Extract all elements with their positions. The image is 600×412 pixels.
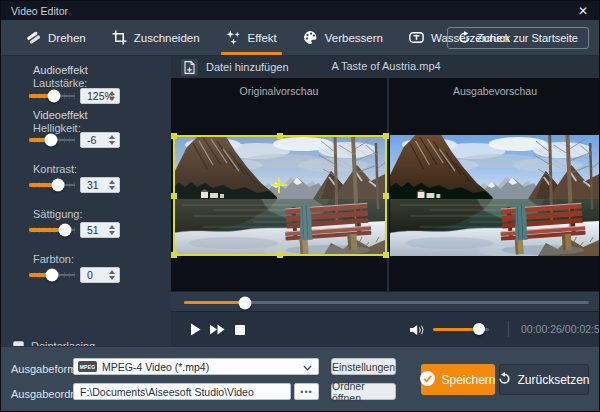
browse-button[interactable]: ••• — [294, 383, 319, 400]
tab-drehen[interactable]: Drehen — [13, 20, 99, 55]
hue-spinbox[interactable]: 0 — [80, 267, 120, 283]
reset-button[interactable]: Zurücksetzen — [499, 364, 589, 395]
rotate-icon — [26, 30, 41, 45]
spinner-arrows-icon[interactable] — [109, 91, 115, 101]
slider-thumb[interactable] — [45, 269, 58, 282]
back-button-label: Zurück zur Startseite — [477, 32, 578, 44]
window-title: Video Editor — [11, 5, 68, 17]
stop-button[interactable] — [232, 322, 248, 337]
selection-handle[interactable] — [383, 252, 389, 258]
close-icon[interactable]: ✕ — [575, 3, 591, 19]
output-folder-field[interactable]: F:\Documents\Aiseesoft Studio\Video — [73, 383, 291, 400]
spinner-arrows-icon[interactable] — [109, 225, 115, 235]
output-format-select[interactable]: MPEG MPEG-4 Video (*.mp4) — [73, 358, 319, 375]
selection-handle[interactable] — [171, 252, 177, 258]
contrast-slider[interactable] — [29, 184, 75, 186]
undo-arrow-icon — [498, 372, 511, 388]
video-section-title: Videoeffekt — [33, 109, 88, 121]
spinner-arrows-icon[interactable] — [109, 270, 115, 280]
slider-thumb[interactable] — [48, 90, 61, 103]
open-folder-button[interactable]: Ordner öffnen — [331, 383, 396, 400]
output-folder-value: F:\Documents\Aiseesoft Studio\Video — [80, 386, 254, 398]
contrast-spinbox[interactable]: 31 — [80, 177, 120, 193]
slider-thumb[interactable] — [44, 134, 57, 147]
crosshair-marker[interactable] — [271, 177, 287, 193]
original-preview-label: Originalvorschau — [171, 85, 387, 97]
contrast-value: 31 — [87, 179, 99, 191]
watermark-icon — [409, 30, 424, 45]
tab-verbessern[interactable]: Verbessern — [290, 20, 396, 55]
play-button[interactable] — [187, 322, 203, 337]
seek-bar-row — [171, 291, 600, 311]
selection-handle[interactable] — [383, 133, 389, 139]
selection-handle[interactable] — [383, 193, 389, 199]
palette-icon — [303, 30, 318, 45]
chevron-down-icon — [303, 361, 312, 373]
preview-area: Originalvorschau Ausgabevorschau — [171, 78, 600, 291]
brightness-spinbox[interactable]: -6 — [80, 132, 120, 148]
lake-scene-image — [390, 135, 600, 256]
audio-section-title: Audioeffekt — [33, 64, 88, 76]
volume-slider[interactable] — [29, 95, 75, 97]
tab-label: Effekt — [248, 32, 277, 44]
brightness-value: -6 — [87, 134, 96, 146]
original-preview-image[interactable] — [173, 135, 387, 256]
brightness-slider-row: -6 — [1, 132, 171, 148]
volume-spinbox[interactable]: 125% — [80, 88, 120, 104]
sparkles-icon — [226, 30, 241, 45]
tab-label: Zuschneiden — [134, 32, 200, 44]
fast-forward-button[interactable] — [209, 322, 225, 337]
lake-scene-image — [173, 135, 387, 256]
titlebar: Video Editor ✕ — [1, 1, 600, 20]
volume-icon[interactable] — [409, 322, 425, 337]
output-preview-image — [390, 135, 600, 256]
effects-sidebar: Audioeffekt Lautstärke: 125% Videoeffekt… — [1, 56, 171, 346]
mpeg-format-icon: MPEG — [78, 361, 97, 372]
saturation-spinbox[interactable]: 51 — [80, 222, 120, 238]
add-file-icon — [181, 59, 198, 76]
saturation-slider-row: 51 — [1, 222, 171, 238]
crop-icon — [112, 30, 127, 45]
toolbar: Drehen Zuschneiden Effekt Verbessern Was… — [1, 20, 600, 56]
contrast-slider-row: 31 — [1, 177, 171, 193]
saturation-label: Sättigung: — [33, 208, 83, 220]
saturation-slider[interactable] — [29, 229, 75, 231]
volume-thumb[interactable] — [473, 323, 485, 335]
output-format-value: MPEG-4 Video (*.mp4) — [102, 361, 209, 373]
hue-label: Farbton: — [33, 253, 74, 265]
hue-value: 0 — [87, 269, 93, 281]
selection-handle[interactable] — [171, 193, 177, 199]
output-footer: Ausgabeformat: MPEG MPEG-4 Video (*.mp4)… — [1, 346, 600, 412]
slider-thumb[interactable] — [58, 224, 71, 237]
seek-slider[interactable] — [184, 301, 589, 304]
selection-handle[interactable] — [277, 133, 283, 139]
file-row: A Taste of Austria.mp4 Datei hinzufügen — [171, 56, 600, 78]
tab-effekt[interactable]: Effekt — [213, 20, 290, 55]
back-to-home-button[interactable]: Zurück zur Startseite — [447, 27, 589, 49]
saturation-value: 51 — [87, 224, 99, 236]
slider-thumb[interactable] — [52, 179, 65, 192]
spinner-arrows-icon[interactable] — [109, 180, 115, 190]
check-circle-icon — [420, 371, 435, 389]
brightness-slider[interactable] — [29, 139, 75, 141]
selection-handle[interactable] — [171, 133, 177, 139]
redo-arrow-icon — [458, 31, 471, 46]
tab-label: Verbessern — [325, 32, 383, 44]
hue-slider[interactable] — [29, 274, 75, 276]
contrast-label: Kontrast: — [33, 163, 77, 175]
hue-slider-row: 0 — [1, 267, 171, 283]
save-button[interactable]: Speichern — [421, 364, 495, 395]
add-file-button[interactable]: Datei hinzufügen — [181, 58, 289, 76]
reset-button-label: Zurücksetzen — [517, 373, 589, 387]
add-file-label: Datei hinzufügen — [206, 61, 289, 73]
volume-control-slider[interactable] — [433, 328, 489, 331]
spinner-arrows-icon[interactable] — [109, 135, 115, 145]
seek-thumb[interactable] — [238, 296, 251, 309]
settings-button[interactable]: Einstellungen — [331, 358, 396, 375]
seek-fill — [184, 301, 245, 304]
selection-handle[interactable] — [277, 252, 283, 258]
save-button-label: Speichern — [441, 373, 495, 387]
preview-divider — [387, 78, 389, 291]
volume-slider-row: 125% — [1, 88, 171, 104]
tab-zuschneiden[interactable]: Zuschneiden — [99, 20, 213, 55]
